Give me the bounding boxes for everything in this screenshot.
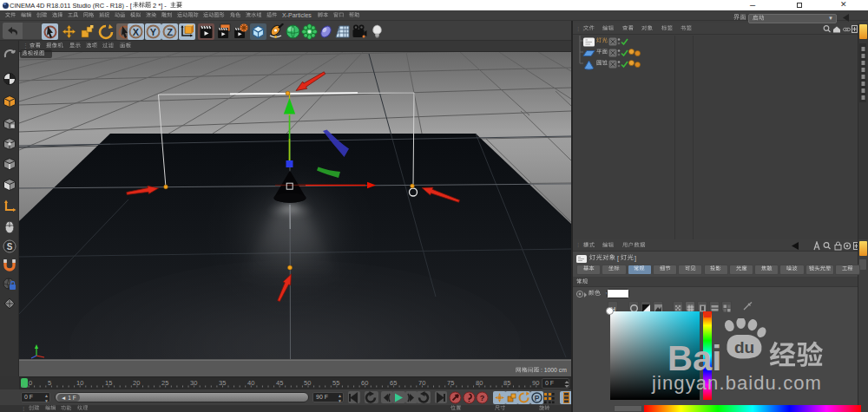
svg-text:Z: Z [167,26,173,36]
svg-text:S: S [7,242,13,252]
svg-text:X: X [133,26,140,36]
svg-text:Y: Y [149,26,156,36]
svg-text:?: ? [480,394,485,402]
svg-text:P: P [534,394,539,402]
